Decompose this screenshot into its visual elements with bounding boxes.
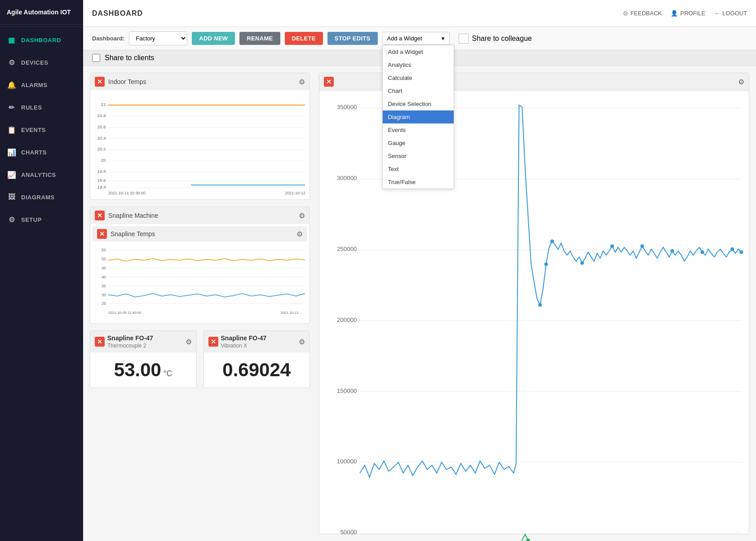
- indoor-temps-close[interactable]: ✕: [95, 77, 105, 87]
- logout-button[interactable]: ← LOGOUT: [714, 10, 747, 17]
- snapline-machine-close[interactable]: ✕: [95, 211, 105, 220]
- sensor2-value: 0.69024: [222, 359, 291, 380]
- svg-text:19.6: 19.6: [97, 178, 106, 183]
- svg-point-58: [610, 244, 614, 248]
- add-widget-select[interactable]: Add a Widget ▾: [382, 32, 450, 45]
- widget-option-events[interactable]: Events: [383, 123, 454, 136]
- add-widget-dropdown-wrap: Add a Widget ▾ Add a Widget Analytics Ca…: [382, 32, 450, 45]
- sidebar-item-diagrams[interactable]: 🖼 DIAGRAMS: [0, 186, 83, 208]
- sidebar-item-dashboard[interactable]: ▦ DASHBOARD: [0, 29, 83, 51]
- sensor1-gear-icon[interactable]: ⚙: [186, 338, 192, 346]
- sidebar-item-charts[interactable]: 📊 CHARTS: [0, 141, 83, 163]
- sensor1-name: Snapline FO-47: [107, 334, 153, 342]
- dashboard-icon: ▦: [7, 35, 17, 45]
- svg-text:20: 20: [101, 158, 106, 163]
- svg-text:45: 45: [102, 266, 106, 270]
- indoor-temps-header: ✕ Indoor Temps ⚙: [90, 73, 309, 90]
- sensor1-body: 53.00 °C: [90, 352, 196, 387]
- sidebar-item-label: DASHBOARD: [21, 37, 61, 44]
- widget-option-sensor[interactable]: Sensor: [383, 150, 454, 163]
- share-clients-checkbox[interactable]: [92, 54, 100, 62]
- sidebar-item-analytics[interactable]: 📈 ANALYTICS: [0, 163, 83, 186]
- alarms-icon: 🔔: [7, 80, 17, 90]
- svg-point-64: [526, 538, 530, 541]
- big-chart-gear-icon[interactable]: ⚙: [738, 78, 744, 86]
- widget-option-text[interactable]: Text: [383, 163, 454, 176]
- svg-text:20.6: 20.6: [97, 124, 106, 129]
- sensor2-close[interactable]: ✕: [208, 337, 218, 347]
- profile-icon: 👤: [671, 10, 678, 17]
- indoor-temps-gear-icon[interactable]: ⚙: [299, 78, 305, 86]
- svg-text:150000: 150000: [337, 387, 357, 394]
- indoor-temps-chart: 21 20.8 20.6 20.4 20.2 20 19.8 19.6 19.4: [93, 92, 307, 195]
- share-colleague-wrap: Share to colleague: [459, 34, 532, 44]
- dashboard-label: Dashboard:: [92, 35, 124, 42]
- widget-option-add[interactable]: Add a Widget: [383, 45, 454, 58]
- widget-option-chart[interactable]: Chart: [383, 84, 454, 97]
- snapline-machine-gear-icon[interactable]: ⚙: [299, 211, 305, 220]
- sidebar-item-alarms[interactable]: 🔔 ALARMS: [0, 74, 83, 96]
- sidebar-item-events[interactable]: 📋 EVENTS: [0, 119, 83, 141]
- sensor2-name: Snapline FO-47: [221, 334, 267, 342]
- widget-option-diagram[interactable]: Diagram: [383, 110, 454, 123]
- svg-text:2021-10-11: 2021-10-11: [280, 311, 299, 315]
- svg-text:2021-10-12: 2021-10-12: [285, 191, 305, 195]
- dashboard-select[interactable]: Factory: [129, 31, 187, 45]
- svg-text:20.8: 20.8: [97, 113, 106, 118]
- sidebar-item-label: SETUP: [21, 216, 42, 223]
- svg-text:300000: 300000: [337, 175, 357, 181]
- snapline-temps-chart: 55 50 45 40 35 30 25: [93, 243, 307, 319]
- add-new-button[interactable]: ADD NEW: [192, 32, 235, 45]
- svg-text:2021-10-09 22:40:00: 2021-10-09 22:40:00: [108, 311, 141, 315]
- sensor2-gear-icon[interactable]: ⚙: [299, 338, 305, 346]
- svg-text:40: 40: [102, 275, 106, 279]
- sensor2-widget: ✕ Snapline FO-47 Vibration X ⚙ 0.69024: [203, 330, 310, 388]
- widget-option-device-selection[interactable]: Device Selection: [383, 97, 454, 110]
- share-colleague-label: Share to colleague: [472, 35, 532, 43]
- svg-point-63: [739, 251, 743, 254]
- widget-option-gauge[interactable]: Gauge: [383, 136, 454, 150]
- snapline-temps-title: Snapline Temps: [111, 230, 155, 238]
- analytics-icon: 📈: [7, 170, 17, 180]
- sidebar-item-devices[interactable]: ⚙ DEVICES: [0, 51, 83, 74]
- svg-text:25: 25: [102, 301, 106, 306]
- snapline-temps-gear-icon[interactable]: ⚙: [296, 230, 303, 238]
- svg-point-57: [580, 261, 584, 265]
- widget-option-analytics[interactable]: Analytics: [383, 58, 454, 71]
- snapline-machine-widget: ✕ Snapline Machine ⚙ ✕ Snapline Temps ⚙: [90, 207, 310, 324]
- svg-text:2021-10-11 10:30:00: 2021-10-11 10:30:00: [108, 191, 146, 195]
- chevron-down-icon: ▾: [442, 35, 445, 42]
- logout-label: LOGOUT: [722, 10, 747, 17]
- svg-text:100000: 100000: [337, 458, 357, 465]
- sensor2-body: 0.69024: [204, 352, 310, 387]
- snapline-machine-header: ✕ Snapline Machine ⚙: [90, 207, 309, 224]
- snapline-temps-close[interactable]: ✕: [97, 229, 107, 239]
- charts-icon: 📊: [7, 147, 17, 157]
- big-chart-close[interactable]: ✕: [324, 77, 334, 87]
- rename-button[interactable]: RENAME: [239, 32, 280, 45]
- svg-text:50000: 50000: [340, 529, 357, 536]
- svg-text:35: 35: [102, 284, 106, 288]
- sidebar-item-rules[interactable]: ✏ RULES: [0, 96, 83, 119]
- widget-option-truefalse[interactable]: True/False: [383, 176, 454, 189]
- widget-option-calculate[interactable]: Calculate: [383, 71, 454, 84]
- svg-text:21: 21: [101, 102, 106, 107]
- profile-button[interactable]: 👤 PROFILE: [671, 10, 705, 17]
- share-clients-label: Share to clients: [105, 54, 154, 62]
- delete-button[interactable]: DELETE: [285, 32, 323, 45]
- svg-point-60: [671, 249, 674, 253]
- share-colleague-checkbox[interactable]: [459, 34, 469, 44]
- sensor1-close[interactable]: ✕: [95, 337, 105, 347]
- stop-edits-button[interactable]: STOP EDITS: [327, 32, 378, 45]
- svg-point-55: [544, 262, 548, 266]
- svg-text:20.4: 20.4: [97, 136, 106, 141]
- sensor1-sub: Thermocouple 2: [107, 343, 153, 349]
- feedback-button[interactable]: ⊙ FEEDBACK: [623, 10, 662, 17]
- topbar-actions: ⊙ FEEDBACK 👤 PROFILE ← LOGOUT: [623, 10, 747, 17]
- sidebar-item-label: CHARTS: [21, 149, 47, 156]
- events-icon: 📋: [7, 125, 17, 135]
- profile-label: PROFILE: [680, 10, 705, 17]
- sidebar-item-setup[interactable]: ⚙ SETUP: [0, 208, 83, 231]
- sensor1-unit: °C: [163, 369, 172, 378]
- add-widget-label: Add a Widget: [387, 35, 422, 42]
